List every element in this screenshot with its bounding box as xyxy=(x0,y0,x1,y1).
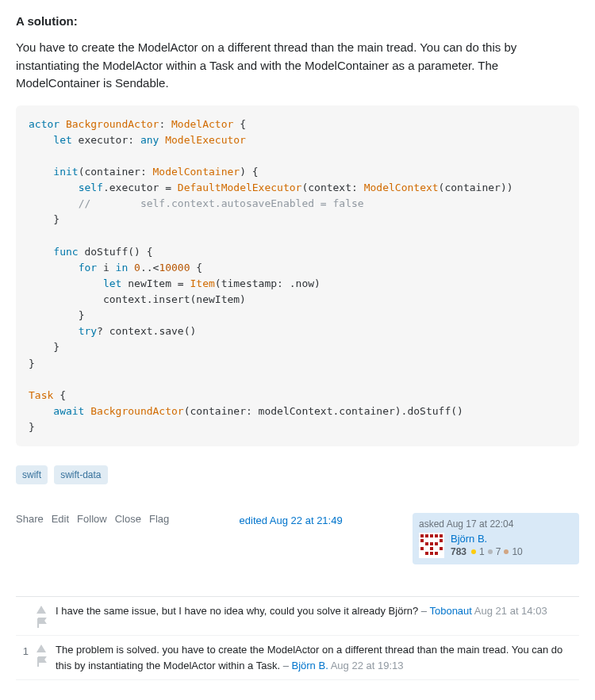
svg-rect-7 xyxy=(440,539,443,542)
code-token: for xyxy=(79,262,97,273)
code-token: self xyxy=(79,182,103,193)
code-token: BackgroundActor xyxy=(66,118,159,130)
code-token: in xyxy=(116,262,129,273)
comment-user-link[interactable]: Tobonaut xyxy=(429,605,472,617)
comment-date: Aug 22 at 19:13 xyxy=(331,660,404,671)
comment-user-link[interactable]: Björn B. xyxy=(292,660,328,671)
upvote-icon[interactable] xyxy=(36,644,47,653)
svg-rect-12 xyxy=(430,547,433,550)
user-stats: 783 1 7 10 xyxy=(451,546,523,557)
code-token: { xyxy=(53,389,66,401)
gold-badge-icon xyxy=(471,549,476,554)
user-card: asked Aug 17 at 22:04 Björn B. xyxy=(413,513,579,564)
code-token: init xyxy=(53,166,78,178)
code-token: i xyxy=(97,262,115,273)
code-comment: // self.context.autosaveEnabled = false xyxy=(79,197,364,209)
close-link[interactable]: Close xyxy=(115,513,141,525)
svg-rect-9 xyxy=(430,542,433,545)
bronze-badge-count: 10 xyxy=(512,546,522,557)
comment-body: I have the same issue, but I have no ide… xyxy=(56,603,579,629)
code-token: ) { xyxy=(240,166,258,178)
code-token: ModelActor xyxy=(171,118,233,130)
svg-rect-11 xyxy=(420,547,424,550)
code-token: } xyxy=(79,309,85,321)
svg-rect-3 xyxy=(430,534,433,537)
svg-rect-13 xyxy=(440,547,443,550)
svg-rect-4 xyxy=(435,534,438,537)
code-token: ModelContext xyxy=(364,182,439,193)
comment-row: I have the same issue, but I have no ide… xyxy=(16,597,579,636)
flag-link[interactable]: Flag xyxy=(149,513,169,525)
comment-date: Aug 21 at 14:03 xyxy=(474,605,547,617)
user-reputation: 783 xyxy=(451,546,466,557)
bronze-badge-icon xyxy=(504,549,509,554)
code-token: ModelContainer xyxy=(153,166,240,178)
svg-rect-2 xyxy=(425,534,428,537)
code-token: } xyxy=(53,213,60,225)
code-token: doStuff xyxy=(79,246,129,258)
code-token: } xyxy=(29,421,35,433)
code-token: let xyxy=(103,277,121,289)
gold-badge-count: 1 xyxy=(479,546,485,557)
code-token: let xyxy=(53,134,71,146)
flag-icon[interactable] xyxy=(36,618,47,629)
code-token: ModelExecutor xyxy=(159,134,246,146)
code-token: DefaultModelExecutor xyxy=(178,182,302,193)
code-token: (timestamp: .now) xyxy=(215,277,321,289)
code-token: Task xyxy=(29,389,53,401)
action-links: Share Edit Follow Close Flag xyxy=(16,513,169,525)
code-token: 0 xyxy=(128,262,140,273)
code-token: BackgroundActor xyxy=(84,405,183,417)
avatar[interactable] xyxy=(419,533,444,558)
code-token: actor xyxy=(29,118,60,130)
share-link[interactable]: Share xyxy=(16,513,44,525)
svg-rect-10 xyxy=(435,542,438,545)
code-token: newItem = xyxy=(121,277,190,289)
svg-rect-14 xyxy=(425,552,428,555)
code-token: (container: modelContext.container).doSt… xyxy=(184,405,463,417)
comment-score xyxy=(16,603,33,629)
tag-swift[interactable]: swift xyxy=(16,465,48,484)
comment-actions xyxy=(33,603,49,629)
svg-rect-15 xyxy=(430,552,433,555)
upvote-icon[interactable] xyxy=(36,605,47,614)
code-token: } xyxy=(53,341,60,353)
code-token: try xyxy=(79,325,97,337)
post-actions-row: Share Edit Follow Close Flag edited Aug … xyxy=(16,513,579,564)
flag-icon[interactable] xyxy=(36,656,47,667)
edit-link[interactable]: Edit xyxy=(52,513,69,525)
user-name-link[interactable]: Björn B. xyxy=(451,533,523,545)
comment-score: 1 xyxy=(16,642,33,673)
svg-rect-5 xyxy=(440,534,443,537)
svg-rect-8 xyxy=(425,542,428,545)
code-token: ? context.save() xyxy=(97,325,196,337)
code-token: await xyxy=(53,405,84,417)
code-token: () { xyxy=(128,246,152,258)
edited-info[interactable]: edited Aug 22 at 21:49 xyxy=(240,514,343,526)
code-block[interactable]: actor BackgroundActor: ModelActor { let … xyxy=(16,105,579,447)
asked-label: asked Aug 17 at 22:04 xyxy=(419,518,573,530)
comment-separator: – xyxy=(283,660,292,671)
code-token: (context: xyxy=(301,182,363,193)
code-token: ..< xyxy=(140,262,159,273)
follow-link[interactable]: Follow xyxy=(77,513,107,525)
code-token: } xyxy=(29,358,35,369)
silver-badge-count: 7 xyxy=(496,546,501,557)
code-token: (container)) xyxy=(439,182,513,193)
code-token: : xyxy=(159,118,171,130)
code-token: Item xyxy=(190,277,215,289)
tag-list: swift swift-data xyxy=(16,465,579,484)
code-token: context.insert(newItem) xyxy=(103,293,246,305)
code-token: 10000 xyxy=(159,262,190,273)
code-token: any xyxy=(140,134,159,146)
code-token: .executor = xyxy=(103,182,178,193)
comment-text: I have the same issue, but I have no ide… xyxy=(56,605,418,617)
comment-separator: – xyxy=(421,605,430,617)
code-token: { xyxy=(190,262,203,273)
code-token: executor: xyxy=(72,134,140,146)
tag-swift-data[interactable]: swift-data xyxy=(54,465,107,484)
silver-badge-icon xyxy=(488,549,493,554)
comment-body: The problem is solved. you have to creat… xyxy=(56,642,579,673)
comments-list: I have the same issue, but I have no ide… xyxy=(16,596,579,680)
code-token: (container: xyxy=(79,166,153,178)
